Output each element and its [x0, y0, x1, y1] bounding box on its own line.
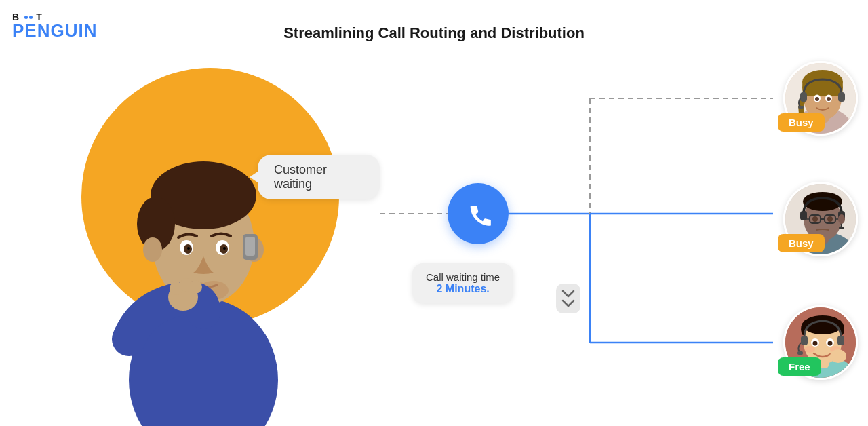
agent-card-2: Busy — [783, 182, 858, 256]
svg-point-68 — [828, 341, 833, 346]
svg-rect-38 — [800, 92, 807, 102]
svg-point-6 — [143, 237, 162, 262]
agent-card-1: Busy — [783, 61, 858, 136]
left-section: Customer waiting — [0, 41, 380, 426]
svg-rect-56 — [839, 227, 844, 229]
center-routing-section: Call waiting time 2 Minutes. — [380, 0, 868, 426]
svg-rect-54 — [800, 211, 807, 220]
agent-card-3: Free — [783, 305, 858, 380]
svg-point-14 — [223, 247, 226, 250]
svg-point-20 — [189, 280, 202, 294]
svg-point-52 — [812, 216, 818, 222]
svg-rect-72 — [837, 336, 844, 345]
phone-icon-circle — [448, 183, 509, 244]
svg-point-37 — [827, 97, 831, 101]
phone-icon-svg — [463, 199, 493, 229]
svg-point-13 — [187, 247, 190, 250]
chevron-icon — [561, 290, 575, 298]
agent-3-status-badge: Free — [778, 357, 821, 376]
chevron-down-button[interactable] — [556, 284, 580, 313]
svg-point-35 — [815, 97, 819, 101]
svg-point-67 — [813, 341, 818, 346]
svg-rect-40 — [798, 106, 804, 109]
svg-rect-71 — [801, 336, 808, 345]
svg-point-69 — [804, 346, 815, 353]
svg-rect-73 — [797, 351, 803, 355]
svg-point-74 — [830, 349, 846, 363]
chevron-icon-2 — [561, 299, 575, 307]
svg-point-53 — [827, 216, 833, 222]
agent-2-status-badge: Busy — [778, 234, 825, 252]
svg-rect-39 — [838, 92, 845, 102]
logo-dots — [24, 16, 33, 19]
person-illustration — [68, 61, 339, 426]
call-waiting-value: 2 Minutes. — [426, 283, 500, 295]
call-waiting-label: Call waiting time — [426, 271, 500, 283]
svg-point-57 — [838, 214, 845, 224]
agent-1-status-badge: Busy — [778, 113, 825, 132]
customer-waiting-bubble: Customer waiting — [258, 155, 380, 199]
customer-waiting-text: Customer waiting — [274, 163, 327, 191]
call-waiting-bubble: Call waiting time 2 Minutes. — [412, 263, 513, 303]
person-svg — [88, 81, 319, 426]
svg-rect-8 — [245, 237, 255, 256]
